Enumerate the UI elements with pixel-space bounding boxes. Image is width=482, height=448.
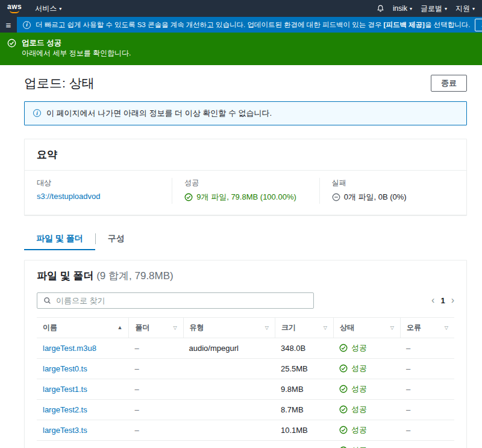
summary-card: 요약 대상 s3://testuploadvod 성공 9개 파일, 79.8M… xyxy=(24,139,467,215)
sort-toggle-icon: ▽ xyxy=(445,325,448,330)
files-card: 파일 및 폴더 (9 합계, 79.8MB) ‹ 1 › 이름▲ 폴더▽ xyxy=(24,260,467,448)
info-msg-pre: 더 빠르고 쉽게 사용할 수 있도록 S3 콘솔을 계속 개선하고 있습니다. … xyxy=(36,21,384,28)
tab-configuration[interactable]: 구성 xyxy=(96,230,137,250)
chevron-down-icon: ▾ xyxy=(59,7,61,11)
table-row: largeTest.m3u8–audio/mpegurl348.0B성공– xyxy=(37,338,454,358)
files-title: 파일 및 폴더 xyxy=(37,270,93,282)
column-header-name[interactable]: 이름▲ xyxy=(37,318,128,338)
error-cell: – xyxy=(400,358,454,379)
failed-value: 0개 파일, 0B (0%) xyxy=(344,192,407,203)
aws-logo[interactable]: aws xyxy=(7,4,22,13)
folder-cell: – xyxy=(128,338,183,358)
files-count: (9 합계, 79.8MB) xyxy=(96,270,174,282)
services-menu[interactable]: 서비스 ▾ xyxy=(35,4,61,14)
check-circle-icon xyxy=(339,446,348,448)
status-cell: 성공 xyxy=(333,440,400,448)
notice-text: 이 페이지에서 나가면 아래의 정보를 더 이상 확인할 수 없습니다. xyxy=(46,108,272,119)
error-cell: – xyxy=(400,379,454,399)
aws-smile-icon xyxy=(10,10,19,13)
sort-toggle-icon: ▽ xyxy=(390,325,394,330)
column-header-folder[interactable]: 폴더▽ xyxy=(128,318,183,338)
size-cell: 8.7MB xyxy=(275,399,333,420)
info-msg-post: 을 선택합니다. xyxy=(425,21,470,28)
next-page-button[interactable]: › xyxy=(451,295,454,305)
column-label: 상태 xyxy=(340,323,354,333)
notifications-bell-icon[interactable] xyxy=(377,4,384,13)
status-text: 성공 xyxy=(351,342,367,353)
type-cell: audio/mpegurl xyxy=(183,338,275,358)
tab-bar: 파일 및 폴더 구성 xyxy=(24,230,467,250)
check-circle-icon xyxy=(184,193,193,201)
summary-title: 요약 xyxy=(37,149,57,160)
info-msg-bold: [피드백 제공] xyxy=(384,21,425,28)
column-header-status[interactable]: 상태▽ xyxy=(333,318,400,338)
folder-cell: – xyxy=(128,358,183,379)
success-title: 업로드 성공 xyxy=(22,37,131,48)
files-table: 이름▲ 폴더▽ 유형▽ 크기▽ 상태▽ 오류▽ largeTest.m3u8–a… xyxy=(37,317,454,448)
region-label: 글로벌 xyxy=(421,4,442,14)
file-name-link[interactable]: largeTest1.ts xyxy=(43,385,87,394)
type-cell xyxy=(183,379,275,399)
check-circle-icon xyxy=(339,385,348,393)
column-label: 크기 xyxy=(281,323,296,333)
search-input[interactable] xyxy=(56,296,307,305)
column-header-size[interactable]: 크기▽ xyxy=(275,318,333,338)
support-label: 지원 xyxy=(455,4,470,14)
check-circle-icon xyxy=(339,426,348,434)
prev-page-button[interactable]: ‹ xyxy=(431,295,434,305)
provide-feedback-button[interactable]: 피드백 제공 xyxy=(475,19,482,31)
info-icon: i xyxy=(23,21,31,29)
column-label: 폴더 xyxy=(135,323,149,333)
region-menu[interactable]: 글로벌 ▾ xyxy=(421,4,447,14)
file-name-link[interactable]: largeTest3.ts xyxy=(43,426,87,435)
exit-button[interactable]: 종료 xyxy=(431,75,467,92)
status-cell: 성공 xyxy=(333,379,400,399)
account-label: insik xyxy=(393,4,407,13)
target-label: 대상 xyxy=(37,178,160,188)
check-circle-icon xyxy=(339,344,348,352)
sort-toggle-icon: ▽ xyxy=(265,325,269,330)
status-cell: 성공 xyxy=(333,338,400,358)
aws-logo-text: aws xyxy=(7,4,22,10)
hamburger-icon: ≡ xyxy=(6,20,11,30)
table-row: largeTest4.ts–8.9MB성공– xyxy=(37,440,454,448)
target-bucket-link[interactable]: s3://testuploadvod xyxy=(37,192,101,201)
account-menu[interactable]: insik ▾ xyxy=(393,4,412,13)
info-banner: i 더 빠르고 쉽게 사용할 수 있도록 S3 콘솔을 계속 개선하고 있습니다… xyxy=(17,17,482,33)
status-text: 성공 xyxy=(351,383,367,394)
failed-label: 실패 xyxy=(332,178,454,188)
size-cell: 8.9MB xyxy=(275,440,333,448)
page-number[interactable]: 1 xyxy=(440,296,445,305)
main-content: 업로드: 상태 종료 i 이 페이지에서 나가면 아래의 정보를 더 이상 확인… xyxy=(0,65,482,448)
page-notice: i 이 페이지에서 나가면 아래의 정보를 더 이상 확인할 수 없습니다. xyxy=(24,101,467,125)
folder-cell: – xyxy=(128,440,183,448)
success-subtitle: 아래에서 세부 정보를 확인합니다. xyxy=(22,48,131,58)
file-name-link[interactable]: largeTest.m3u8 xyxy=(43,344,96,353)
column-header-type[interactable]: 유형▽ xyxy=(183,318,275,338)
chevron-down-icon: ▾ xyxy=(472,7,475,11)
tab-files-and-folders[interactable]: 파일 및 폴더 xyxy=(24,230,95,250)
dash-circle-icon xyxy=(332,193,340,201)
sidebar-toggle[interactable]: ≡ xyxy=(0,17,17,33)
file-name-link[interactable]: largeTest0.ts xyxy=(43,364,87,373)
top-nav: aws 서비스 ▾ insik ▾ 글로벌 ▾ 지원 ▾ xyxy=(0,0,482,17)
success-value: 9개 파일, 79.8MB (100.00%) xyxy=(196,192,296,203)
status-cell: 성공 xyxy=(333,420,400,440)
status-cell: 성공 xyxy=(333,399,400,420)
sort-asc-icon: ▲ xyxy=(117,324,123,330)
folder-cell: – xyxy=(128,379,183,399)
file-name-link[interactable]: largeTest4.ts xyxy=(43,446,87,448)
error-cell: – xyxy=(400,440,454,448)
check-circle-icon xyxy=(7,39,16,59)
table-row: largeTest1.ts–9.8MB성공– xyxy=(37,379,454,399)
size-cell: 9.8MB xyxy=(275,379,333,399)
check-circle-icon xyxy=(339,405,348,414)
column-header-error[interactable]: 오류▽ xyxy=(400,318,454,338)
error-cell: – xyxy=(400,338,454,358)
pagination: ‹ 1 › xyxy=(431,295,454,305)
file-name-link[interactable]: largeTest2.ts xyxy=(43,405,87,414)
support-menu[interactable]: 지원 ▾ xyxy=(455,4,475,14)
services-label: 서비스 xyxy=(35,4,57,14)
info-banner-message: 더 빠르고 쉽게 사용할 수 있도록 S3 콘솔을 계속 개선하고 있습니다. … xyxy=(36,21,470,30)
page-title: 업로드: 상태 xyxy=(24,75,95,92)
